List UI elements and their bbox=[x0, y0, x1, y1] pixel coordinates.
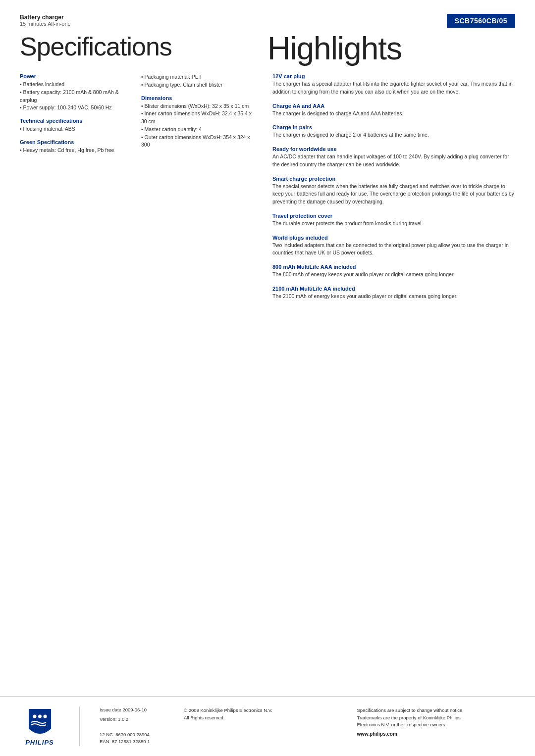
highlight-title-12v: 12V car plug bbox=[272, 73, 515, 79]
highlight-text-pairs: The charger is designed to charge 2 or 4… bbox=[272, 131, 515, 139]
highlights-column: 12V car plug The charger has a special a… bbox=[268, 73, 515, 307]
green-item-1: Heavy metals: Cd free, Hg free, Pb free bbox=[20, 147, 131, 154]
footer-disclaimer: Specifications are subject to change wit… bbox=[357, 707, 516, 728]
product-info: Battery charger 15 minutes All-in-one bbox=[20, 14, 71, 27]
footer: PHILIPS Issue date 2009-06-10 Version: 1… bbox=[0, 696, 535, 756]
footer-nc-ean: 12 NC: 8670 000 28904EAN: 87 12581 32880… bbox=[100, 731, 169, 746]
header: Battery charger 15 minutes All-in-one SC… bbox=[0, 0, 535, 28]
highlight-title-2100mah: 2100 mAh MultiLife AA included bbox=[272, 286, 515, 292]
dim-item-4: Outer carton dimensions WxDxH: 354 x 324… bbox=[141, 134, 253, 150]
footer-issue-date: Issue date 2009-06-10 Version: 1.0.2 bbox=[100, 707, 169, 728]
product-subtitle: 15 minutes All-in-one bbox=[20, 21, 71, 27]
footer-spacer bbox=[184, 731, 342, 746]
highlight-text-charge-aa: The charger is designed to charge AA and… bbox=[272, 110, 515, 118]
dim-item-3: Master carton quantity: 4 bbox=[141, 126, 253, 134]
highlight-text-12v: The charger has a special adapter that f… bbox=[272, 80, 515, 96]
philips-wordmark: PHILIPS bbox=[25, 739, 54, 746]
highlight-title-pairs: Charge in pairs bbox=[272, 124, 515, 130]
highlight-title-smart: Smart charge protection bbox=[272, 176, 515, 182]
footer-row-2: 12 NC: 8670 000 28904EAN: 87 12581 32880… bbox=[100, 731, 515, 746]
footer-divider bbox=[79, 706, 80, 746]
specs-column: Power Batteries included Battery capacit… bbox=[20, 73, 268, 307]
highlight-title-charge-aa: Charge AA and AAA bbox=[272, 103, 515, 109]
packaging-item-1: Packaging material: PET bbox=[141, 73, 253, 81]
highlight-title-worldwide: Ready for worldwide use bbox=[272, 146, 515, 152]
highlight-800mah: 800 mAh MultiLife AAA included The 800 m… bbox=[272, 264, 515, 279]
highlight-travel-cover: Travel protection cover The durable cove… bbox=[272, 213, 515, 228]
issue-date-label: Issue date 2009-06-10 bbox=[100, 707, 169, 712]
highlight-text-800mah: The 800 mAh of energy keeps your audio p… bbox=[272, 271, 515, 279]
tech-specs-heading: Technical specifications bbox=[20, 118, 131, 124]
green-specs-heading: Green Specifications bbox=[20, 139, 131, 145]
power-item-3: Power supply: 100-240 VAC, 50/60 Hz bbox=[20, 104, 131, 112]
highlight-charge-aa-aaa: Charge AA and AAA The charger is designe… bbox=[272, 103, 515, 118]
philips-logo-svg bbox=[26, 706, 54, 739]
highlight-text-2100mah: The 2100 mAh of energy keeps your audio … bbox=[272, 293, 515, 301]
highlight-world-plugs: World plugs included Two included adapte… bbox=[272, 235, 515, 257]
highlight-text-travel: The durable cover protects the product f… bbox=[272, 220, 515, 228]
content-area: Power Batteries included Battery capacit… bbox=[0, 64, 535, 307]
main-titles: Specifications Highlights bbox=[0, 28, 535, 64]
packaging-item-2: Packaging type: Clam shell blister bbox=[141, 81, 253, 89]
highlight-title-plugs: World plugs included bbox=[272, 235, 515, 241]
power-item-2: Battery capacity: 2100 mAh & 800 mAh & c… bbox=[20, 89, 131, 104]
highlight-text-plugs: Two included adapters that can be connec… bbox=[272, 242, 515, 257]
specs-left-half: Power Batteries included Battery capacit… bbox=[20, 73, 131, 154]
specs-title: Specifications bbox=[20, 33, 268, 64]
dimensions-heading: Dimensions bbox=[141, 95, 253, 101]
highlight-2100mah: 2100 mAh MultiLife AA included The 2100 … bbox=[272, 286, 515, 301]
dim-item-1: Blister dimensions (WxDxH): 32 x 35 x 11… bbox=[141, 102, 253, 110]
highlight-title-800mah: 800 mAh MultiLife AAA included bbox=[272, 264, 515, 270]
footer-row-1: Issue date 2009-06-10 Version: 1.0.2 © 2… bbox=[100, 707, 515, 728]
svg-point-0 bbox=[33, 715, 36, 718]
footer-website[interactable]: www.philips.com bbox=[357, 731, 516, 746]
tech-item-1: Housing material: ABS bbox=[20, 125, 131, 133]
highlight-text-worldwide: An AC/DC adapter that can handle input v… bbox=[272, 153, 515, 169]
highlight-text-smart: The special sensor detects when the batt… bbox=[272, 183, 515, 206]
highlight-charge-pairs: Charge in pairs The charger is designed … bbox=[272, 124, 515, 139]
philips-logo: PHILIPS bbox=[20, 706, 59, 746]
highlight-worldwide: Ready for worldwide use An AC/DC adapter… bbox=[272, 146, 515, 169]
product-category: Battery charger bbox=[20, 14, 71, 21]
version-label: Version: 1.0.2 bbox=[100, 716, 169, 722]
dim-item-2: Inner carton dimensions WxDxH: 32.4 x 35… bbox=[141, 110, 253, 126]
footer-copyright: © 2009 Koninklijke Philips Electronics N… bbox=[184, 707, 342, 728]
highlight-smart-charge: Smart charge protection The special sens… bbox=[272, 176, 515, 206]
highlight-12v-car-plug: 12V car plug The charger has a special a… bbox=[272, 73, 515, 96]
power-item-1: Batteries included bbox=[20, 81, 131, 89]
svg-point-2 bbox=[43, 715, 47, 718]
product-code: SCB7560CB/05 bbox=[447, 14, 515, 28]
specs-right-half: Packaging material: PET Packaging type: … bbox=[141, 73, 253, 154]
highlights-title: Highlights bbox=[268, 33, 515, 64]
specs-inner: Power Batteries included Battery capacit… bbox=[20, 73, 253, 154]
footer-text-area: Issue date 2009-06-10 Version: 1.0.2 © 2… bbox=[100, 707, 515, 745]
power-heading: Power bbox=[20, 73, 131, 79]
page: Battery charger 15 minutes All-in-one SC… bbox=[0, 0, 535, 756]
svg-point-1 bbox=[38, 715, 42, 718]
highlight-title-travel: Travel protection cover bbox=[272, 213, 515, 219]
